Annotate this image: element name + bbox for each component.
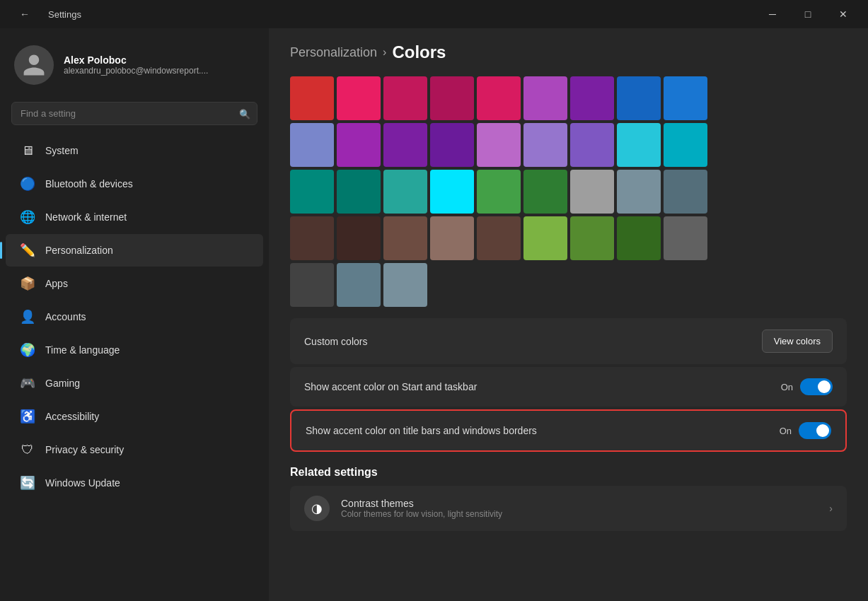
sidebar-item-apps[interactable]: 📦 Apps	[6, 267, 263, 300]
related-item-0[interactable]: ◑ Contrast themes Color themes for low v…	[290, 486, 847, 531]
nav-icon-bluetooth: 🔵	[20, 176, 35, 192]
nav-list: 🖥 System 🔵 Bluetooth & devices 🌐 Network…	[0, 134, 269, 500]
sidebar-item-accounts[interactable]: 👤 Accounts	[6, 300, 263, 333]
color-swatch-1-2[interactable]	[383, 123, 427, 167]
color-swatch-2-1[interactable]	[337, 170, 381, 214]
avatar	[14, 45, 54, 85]
search-icon: 🔍	[239, 108, 250, 119]
titlebar: ← Settings ─ □ ✕	[0, 0, 868, 28]
setting-right-accent-taskbar: On	[781, 378, 833, 395]
color-swatch-2-2[interactable]	[383, 170, 427, 214]
nav-icon-accessibility: ♿	[20, 409, 35, 424]
sidebar: Alex Poloboc alexandru_poloboc@windowsre…	[0, 28, 269, 601]
sidebar-item-time[interactable]: 🌍 Time & language	[6, 334, 263, 366]
search-box: 🔍	[11, 102, 257, 125]
color-swatch-1-3[interactable]	[430, 123, 474, 167]
color-swatch-4-0[interactable]	[290, 263, 334, 307]
breadcrumb-current: Colors	[392, 42, 446, 62]
setting-row-accent-titlebar: Show accent color on title bars and wind…	[290, 409, 847, 452]
color-swatch-1-7[interactable]	[617, 123, 661, 167]
sidebar-item-privacy[interactable]: 🛡 Privacy & security	[6, 433, 263, 466]
color-swatch-2-0[interactable]	[290, 170, 334, 214]
color-swatch-0-2[interactable]	[383, 76, 427, 120]
view-colors-button[interactable]: View colors	[762, 329, 833, 353]
color-swatch-3-2[interactable]	[383, 216, 427, 260]
content-area: Personalization › Colors Custom colors V…	[269, 28, 868, 601]
color-swatch-2-5[interactable]	[523, 170, 567, 214]
toggle-label-accent-taskbar: On	[781, 382, 793, 392]
toggle-accent-titlebar[interactable]	[799, 422, 831, 439]
color-row-4	[290, 263, 847, 307]
color-swatch-1-8[interactable]	[664, 123, 707, 167]
content-wrapper: Personalization › Colors Custom colors V…	[290, 42, 847, 531]
nav-icon-apps: 📦	[20, 276, 35, 291]
color-row-2	[290, 170, 847, 214]
custom-colors-row: Custom colors View colors	[290, 318, 847, 364]
color-swatch-2-4[interactable]	[477, 170, 521, 214]
color-swatch-3-0[interactable]	[290, 216, 334, 260]
color-swatch-3-7[interactable]	[617, 216, 661, 260]
setting-right-accent-titlebar: On	[780, 422, 831, 439]
sidebar-item-windows-update[interactable]: 🔄 Windows Update	[6, 467, 263, 499]
color-swatch-3-4[interactable]	[477, 216, 521, 260]
color-swatch-0-4[interactable]	[477, 76, 521, 120]
titlebar-left: ← Settings	[8, 3, 81, 25]
nav-icon-time: 🌍	[20, 342, 35, 358]
toggle-accent-taskbar[interactable]	[800, 378, 833, 395]
nav-label-gaming: Gaming	[45, 378, 80, 389]
sidebar-item-gaming[interactable]: 🎮 Gaming	[6, 367, 263, 399]
nav-label-time: Time & language	[45, 344, 120, 356]
color-swatch-3-1[interactable]	[337, 216, 381, 260]
user-info: Alex Poloboc alexandru_poloboc@windowsre…	[64, 54, 208, 76]
color-row-1	[290, 123, 847, 167]
breadcrumb-parent: Personalization	[290, 45, 377, 60]
close-button[interactable]: ✕	[827, 3, 860, 25]
minimize-button[interactable]: ─	[756, 3, 789, 25]
color-swatch-0-7[interactable]	[617, 76, 661, 120]
settings-rows: Show accent color on Start and taskbar O…	[290, 367, 847, 452]
nav-icon-network: 🌐	[20, 209, 35, 225]
back-button[interactable]: ←	[8, 3, 41, 25]
sidebar-item-network[interactable]: 🌐 Network & internet	[6, 201, 263, 233]
color-swatch-0-0[interactable]	[290, 76, 334, 120]
setting-label-accent-taskbar: Show accent color on Start and taskbar	[304, 381, 477, 392]
color-swatch-0-6[interactable]	[570, 76, 614, 120]
sidebar-item-accessibility[interactable]: ♿ Accessibility	[6, 400, 263, 433]
search-input[interactable]	[11, 102, 257, 125]
color-swatch-3-5[interactable]	[523, 216, 567, 260]
nav-label-bluetooth: Bluetooth & devices	[45, 178, 133, 189]
nav-icon-system: 🖥	[20, 143, 35, 158]
related-subtitle-0: Color themes for low vision, light sensi…	[341, 509, 818, 519]
color-swatch-2-7[interactable]	[617, 170, 661, 214]
toggle-label-accent-titlebar: On	[780, 426, 792, 436]
color-swatch-0-3[interactable]	[430, 76, 474, 120]
color-swatch-0-1[interactable]	[337, 76, 381, 120]
sidebar-item-bluetooth[interactable]: 🔵 Bluetooth & devices	[6, 168, 263, 200]
color-swatch-4-2[interactable]	[383, 263, 427, 307]
custom-colors-label: Custom colors	[304, 336, 367, 347]
color-swatch-1-5[interactable]	[523, 123, 567, 167]
color-swatch-2-3[interactable]	[430, 170, 474, 214]
color-swatch-3-6[interactable]	[570, 216, 614, 260]
color-swatch-4-1[interactable]	[337, 263, 381, 307]
app-body: Alex Poloboc alexandru_poloboc@windowsre…	[0, 28, 868, 601]
sidebar-item-system[interactable]: 🖥 System	[6, 134, 263, 167]
color-swatch-0-5[interactable]	[523, 76, 567, 120]
nav-label-windows-update: Windows Update	[45, 477, 120, 489]
color-swatch-2-8[interactable]	[664, 170, 707, 214]
nav-label-apps: Apps	[45, 278, 68, 289]
color-swatch-2-6[interactable]	[570, 170, 614, 214]
color-swatch-3-8[interactable]	[664, 216, 707, 260]
sidebar-item-personalization[interactable]: ✏️ Personalization	[6, 234, 263, 267]
color-swatch-1-0[interactable]	[290, 123, 334, 167]
maximize-button[interactable]: □	[792, 3, 824, 25]
color-swatch-1-1[interactable]	[337, 123, 381, 167]
nav-label-privacy: Privacy & security	[45, 444, 124, 455]
color-swatch-1-4[interactable]	[477, 123, 521, 167]
color-swatch-0-8[interactable]	[664, 76, 707, 120]
color-swatch-1-6[interactable]	[570, 123, 614, 167]
nav-label-network: Network & internet	[45, 211, 127, 223]
color-swatch-3-3[interactable]	[430, 216, 474, 260]
setting-label-accent-titlebar: Show accent color on title bars and wind…	[306, 425, 537, 436]
color-row-0	[290, 76, 847, 120]
